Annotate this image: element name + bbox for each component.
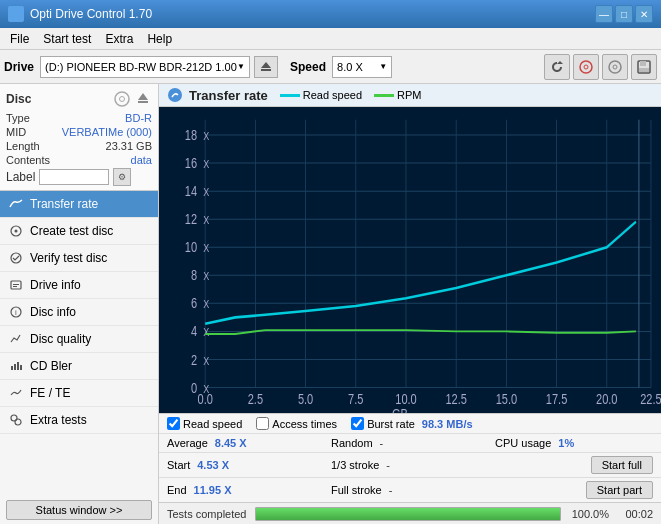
refresh-button[interactable] <box>544 54 570 80</box>
disc-contents-row: Contents data <box>6 154 152 166</box>
disc-info-icon: i <box>8 304 24 320</box>
nav-item-disc-quality[interactable]: Disc quality <box>0 326 158 353</box>
random-label: Random <box>331 437 373 449</box>
disc-contents-label: Contents <box>6 154 50 166</box>
legend-rpm-label: RPM <box>397 89 421 101</box>
svg-rect-29 <box>159 107 661 413</box>
chart-title: Transfer rate <box>189 88 268 103</box>
svg-point-6 <box>613 65 617 69</box>
speed-dropdown[interactable]: 8.0 X ▼ <box>332 56 392 78</box>
svg-text:10: 10 <box>185 240 197 256</box>
stat-cpu: CPU usage 1% <box>495 437 653 449</box>
progress-percentage: 100.0% <box>569 508 609 520</box>
legend-rpm-color <box>374 94 394 97</box>
cb-burst-rate-label: Burst rate <box>367 418 415 430</box>
legend-rpm: RPM <box>374 89 421 101</box>
fe-te-icon <box>8 385 24 401</box>
svg-text:8: 8 <box>191 268 197 284</box>
title-bar: Opti Drive Control 1.70 — □ ✕ <box>0 0 661 28</box>
drive-select: (D:) PIONEER BD-RW BDR-212D 1.00 ▼ <box>40 56 278 78</box>
svg-text:X: X <box>203 130 209 142</box>
transfer-rate-icon <box>8 196 24 212</box>
nav-label-transfer-rate: Transfer rate <box>30 197 98 211</box>
full-stroke-value: - <box>389 484 393 496</box>
svg-marker-0 <box>261 62 271 68</box>
disc-label-input[interactable] <box>39 169 109 185</box>
stat-random: Random - <box>331 437 489 449</box>
nav-item-cd-bler[interactable]: CD Bler <box>0 353 158 380</box>
toolbar: Drive (D:) PIONEER BD-RW BDR-212D 1.00 ▼… <box>0 50 661 84</box>
disc-info-panel: Disc Type BD-R MID VERBATI <box>0 84 158 191</box>
save-button[interactable] <box>631 54 657 80</box>
title-bar-left: Opti Drive Control 1.70 <box>8 6 152 22</box>
menu-help[interactable]: Help <box>141 31 178 47</box>
nav-item-fe-te[interactable]: FE / TE <box>0 380 158 407</box>
menu-extra[interactable]: Extra <box>99 31 139 47</box>
nav-item-create-test-disc[interactable]: Create test disc <box>0 218 158 245</box>
disc-icon <box>578 59 594 75</box>
nav-item-disc-info[interactable]: i Disc info <box>0 299 158 326</box>
disc-length-value: 23.31 GB <box>106 140 152 152</box>
nav-item-extra-tests[interactable]: Extra tests <box>0 407 158 434</box>
svg-point-27 <box>15 419 21 425</box>
cb-read-speed: Read speed <box>167 417 242 430</box>
stats-row-2: Start 4.53 X 1/3 stroke - Start full <box>159 452 661 477</box>
end-value: 11.95 X <box>194 484 232 496</box>
start-part-button[interactable]: Start part <box>586 481 653 499</box>
menu-file[interactable]: File <box>4 31 35 47</box>
minimize-button[interactable]: — <box>595 5 613 23</box>
progress-status-text: Tests completed <box>167 508 247 520</box>
svg-text:15.0: 15.0 <box>496 392 517 408</box>
svg-rect-24 <box>17 362 19 370</box>
nav-item-transfer-rate[interactable]: Transfer rate <box>0 191 158 218</box>
svg-text:X: X <box>203 186 209 198</box>
burst-rate-value: 98.3 MB/s <box>422 418 473 430</box>
status-window-button[interactable]: Status window >> <box>6 500 152 520</box>
chart-legend: Read speed RPM <box>280 89 422 101</box>
svg-text:12.5: 12.5 <box>445 392 466 408</box>
cd-bler-icon <box>8 358 24 374</box>
nav-label-fe-te: FE / TE <box>30 386 70 400</box>
cb-burst-rate-input[interactable] <box>351 417 364 430</box>
cb-burst-rate: Burst rate 98.3 MB/s <box>351 417 472 430</box>
nav-label-create-test-disc: Create test disc <box>30 224 113 238</box>
app-icon <box>8 6 24 22</box>
refresh-icon <box>549 59 565 75</box>
svg-rect-25 <box>20 365 22 370</box>
stat-start: Start 4.53 X <box>167 459 325 471</box>
disc-mid-row: MID VERBATIMe (000) <box>6 126 152 138</box>
disc-label-button[interactable]: ⚙ <box>113 168 131 186</box>
svg-marker-2 <box>557 61 563 64</box>
close-button[interactable]: ✕ <box>635 5 653 23</box>
speed-chevron: ▼ <box>379 62 387 71</box>
svg-text:X: X <box>203 327 209 339</box>
cb-read-speed-input[interactable] <box>167 417 180 430</box>
stat-full-stroke: Full stroke - <box>331 484 489 496</box>
create-test-disc-icon <box>8 223 24 239</box>
progress-fill <box>256 508 560 520</box>
start-full-button[interactable]: Start full <box>591 456 653 474</box>
svg-rect-8 <box>640 61 646 66</box>
start-value: 4.53 X <box>197 459 229 471</box>
cb-access-times-input[interactable] <box>256 417 269 430</box>
nav-item-drive-info[interactable]: Drive info <box>0 272 158 299</box>
menu-start-test[interactable]: Start test <box>37 31 97 47</box>
eject-button[interactable] <box>254 56 278 78</box>
nav-item-verify-test-disc[interactable]: Verify test disc <box>0 245 158 272</box>
svg-text:5.0: 5.0 <box>298 392 313 408</box>
disc-label-row: Label ⚙ <box>6 168 152 186</box>
svg-point-4 <box>584 65 588 69</box>
svg-text:X: X <box>203 158 209 170</box>
stats-row-3: End 11.95 X Full stroke - Start part <box>159 477 661 502</box>
maximize-button[interactable]: □ <box>615 5 633 23</box>
svg-point-28 <box>168 88 182 102</box>
right-panel: Transfer rate Read speed RPM <box>159 84 661 524</box>
full-stroke-label: Full stroke <box>331 484 382 496</box>
drive-dropdown[interactable]: (D:) PIONEER BD-RW BDR-212D 1.00 ▼ <box>40 56 250 78</box>
progress-bar-row: Tests completed 100.0% 00:02 <box>159 502 661 524</box>
disc-button[interactable] <box>573 54 599 80</box>
svg-text:16: 16 <box>185 156 197 172</box>
save-icon <box>636 59 652 75</box>
stats-row-1: Average 8.45 X Random - CPU usage 1% <box>159 433 661 452</box>
burn-button[interactable] <box>602 54 628 80</box>
